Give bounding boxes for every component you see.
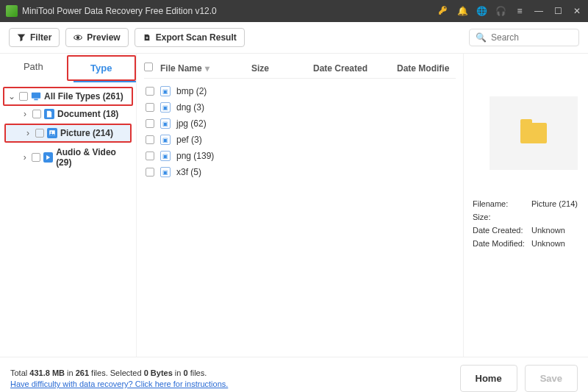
- meta-filename-label: Filename:: [473, 199, 531, 208]
- file-tree: ⌄ All File Types (261) › Document (18) ›…: [0, 82, 136, 175]
- preview-button[interactable]: Preview: [65, 28, 128, 47]
- filter-icon: [17, 33, 26, 42]
- tree-root-all-types[interactable]: ⌄ All File Types (261): [3, 87, 133, 106]
- preview-label: Preview: [87, 32, 120, 43]
- export-label: Export Scan Result: [156, 32, 237, 43]
- app-icon: [6, 5, 18, 17]
- checkbox[interactable]: [146, 135, 154, 144]
- chevron-right-icon: ›: [21, 152, 29, 163]
- globe-icon[interactable]: 🌐: [476, 6, 487, 16]
- tree-root-label: All File Types (261): [44, 91, 123, 101]
- svg-point-1: [77, 37, 79, 39]
- meta-modified: Unknown: [531, 239, 588, 248]
- details-panel: × Filename:Picture (214) Size: Date Crea…: [463, 54, 588, 357]
- chevron-down-icon: ⌄: [7, 91, 16, 101]
- key-icon[interactable]: [438, 5, 448, 18]
- tree-item-picture[interactable]: › Picture (214): [6, 125, 130, 141]
- meta-modified-label: Date Modified:: [473, 239, 531, 248]
- file-row[interactable]: ▣pef (3): [144, 132, 456, 148]
- export-icon: [143, 33, 151, 42]
- meta-size-label: Size:: [473, 213, 531, 221]
- titlebar: MiniTool Power Data Recovery Free Editio…: [0, 0, 588, 22]
- checkbox[interactable]: [146, 152, 154, 160]
- checkbox[interactable]: [146, 168, 154, 177]
- menu-icon[interactable]: ≡: [514, 6, 525, 16]
- sidebar: Path Type ⌄ All File Types (261) › Docum…: [0, 54, 137, 357]
- filter-button[interactable]: Filter: [9, 28, 60, 47]
- file-row[interactable]: ▣png (139): [144, 148, 456, 164]
- tree-item-label: Document (18): [57, 109, 118, 119]
- export-button[interactable]: Export Scan Result: [135, 28, 245, 47]
- monitor-icon: [31, 91, 41, 101]
- filetype-icon: ▣: [160, 102, 171, 113]
- checkbox[interactable]: [19, 92, 28, 101]
- preview-thumbnail: [490, 96, 578, 170]
- help-link[interactable]: Have difficulty with data recovery? Clic…: [10, 379, 228, 388]
- checkbox[interactable]: [32, 153, 40, 162]
- play-icon: [43, 152, 53, 163]
- meta-filename: Picture (214): [531, 199, 588, 208]
- search-input[interactable]: [491, 32, 573, 43]
- filetype-icon: ▣: [160, 86, 171, 96]
- filetype-icon: ▣: [160, 167, 171, 177]
- bell-icon[interactable]: 🔔: [457, 6, 467, 16]
- file-name: png (139): [176, 151, 454, 161]
- tree-item-audio-video[interactable]: › Audio & Video (29): [3, 144, 133, 171]
- select-all-checkbox[interactable]: [144, 63, 153, 71]
- sort-icon: ▾: [205, 63, 209, 74]
- meta-created: Unknown: [531, 226, 588, 235]
- folder-icon: [520, 123, 547, 143]
- svg-point-5: [51, 132, 52, 133]
- headset-icon[interactable]: 🎧: [495, 6, 506, 16]
- picture-icon: [47, 128, 57, 138]
- col-filename[interactable]: File Name: [160, 63, 202, 74]
- file-name: dng (3): [176, 102, 454, 113]
- close-icon[interactable]: ✕: [572, 6, 582, 16]
- checkbox[interactable]: [146, 119, 154, 128]
- col-date-modified[interactable]: Date Modifie: [397, 63, 456, 74]
- filetype-icon: ▣: [160, 135, 171, 145]
- file-row[interactable]: ▣x3f (5): [144, 164, 456, 180]
- save-button[interactable]: Save: [525, 365, 578, 392]
- tab-type[interactable]: Type: [67, 55, 137, 81]
- footer: Total 431.8 MB in 261 files. Selected 0 …: [0, 357, 588, 392]
- meta-size: [531, 213, 588, 221]
- document-icon: [44, 109, 54, 119]
- file-name: bmp (2): [176, 86, 454, 96]
- search-box[interactable]: 🔍: [469, 29, 579, 46]
- file-name: pef (3): [176, 135, 454, 145]
- svg-rect-2: [32, 93, 40, 99]
- file-name: x3f (5): [176, 167, 454, 177]
- filetype-icon: ▣: [160, 151, 171, 161]
- filetype-icon: ▣: [160, 118, 171, 129]
- col-size[interactable]: Size: [251, 63, 310, 74]
- file-list: File Name▾ Size Date Created Date Modifi…: [137, 54, 463, 357]
- tree-item-document[interactable]: › Document (18): [3, 106, 133, 122]
- home-button[interactable]: Home: [460, 365, 517, 392]
- svg-rect-3: [34, 99, 37, 101]
- col-date-created[interactable]: Date Created: [313, 63, 394, 74]
- column-headers: File Name▾ Size Date Created Date Modifi…: [144, 60, 456, 76]
- tree-item-label: Audio & Video (29): [56, 147, 130, 168]
- file-row[interactable]: ▣bmp (2): [144, 83, 456, 99]
- file-name: jpg (62): [176, 118, 454, 129]
- status-text: Total 431.8 MB in 261 files. Selected 0 …: [10, 368, 228, 377]
- chevron-right-icon: ›: [24, 128, 32, 138]
- file-row[interactable]: ▣dng (3): [144, 99, 456, 115]
- file-row[interactable]: ▣jpg (62): [144, 115, 456, 132]
- search-icon: 🔍: [476, 32, 487, 43]
- tab-path[interactable]: Path: [0, 55, 67, 81]
- maximize-icon[interactable]: ☐: [553, 6, 563, 16]
- meta-created-label: Date Created:: [473, 226, 531, 235]
- checkbox[interactable]: [35, 129, 44, 138]
- eye-icon: [74, 33, 82, 42]
- chevron-right-icon: ›: [21, 109, 29, 119]
- tree-item-label: Picture (214): [60, 128, 113, 138]
- window-title: MiniTool Power Data Recovery Free Editio…: [22, 6, 438, 16]
- checkbox[interactable]: [32, 110, 41, 118]
- toolbar: Filter Preview Export Scan Result 🔍: [0, 22, 588, 54]
- minimize-icon[interactable]: —: [534, 6, 544, 16]
- checkbox[interactable]: [146, 103, 154, 112]
- checkbox[interactable]: [146, 87, 154, 96]
- filter-label: Filter: [30, 32, 51, 43]
